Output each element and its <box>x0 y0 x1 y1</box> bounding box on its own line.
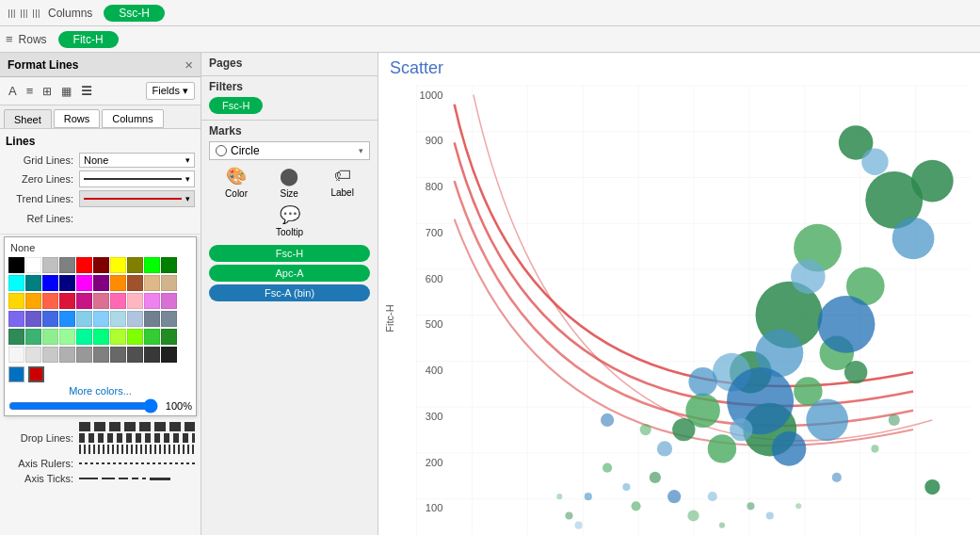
filters-pill[interactable]: Fsc-H <box>209 97 263 114</box>
fields-button[interactable]: Fields ▾ <box>146 82 195 100</box>
color-swatch[interactable] <box>8 257 24 273</box>
color-swatch[interactable] <box>59 293 75 309</box>
color-swatch[interactable] <box>127 257 143 273</box>
color-swatch[interactable] <box>42 347 58 363</box>
color-swatch[interactable] <box>93 275 109 291</box>
svg-point-26 <box>861 149 888 175</box>
color-swatch[interactable] <box>59 311 75 327</box>
color-swatch[interactable] <box>127 329 143 345</box>
svg-point-39 <box>650 472 661 483</box>
color-swatch[interactable] <box>144 329 160 345</box>
color-swatch[interactable] <box>25 347 41 363</box>
color-swatch[interactable] <box>8 293 24 309</box>
trend-lines-arrow: ▾ <box>185 194 190 203</box>
color-swatch[interactable] <box>8 275 24 291</box>
marks-type-arrow: ▾ <box>359 146 363 155</box>
color-swatch[interactable] <box>93 311 109 327</box>
color-swatch[interactable] <box>76 329 92 345</box>
color-swatch[interactable] <box>127 293 143 309</box>
none-option[interactable]: None <box>8 241 192 254</box>
color-swatch[interactable] <box>42 293 58 309</box>
tab-rows[interactable]: Rows <box>54 109 101 128</box>
color-swatch[interactable] <box>8 329 24 345</box>
color-mark-button[interactable]: 🎨 Color <box>225 166 248 199</box>
color-swatch[interactable] <box>8 311 24 327</box>
marks-pill-fsc-h[interactable]: Fsc-H <box>209 245 370 262</box>
ref-lines-label: Ref Lines: <box>6 213 79 224</box>
color-swatch[interactable] <box>42 329 58 345</box>
grid-lines-label: Grid Lines: <box>6 154 79 166</box>
svg-point-27 <box>892 218 935 260</box>
color-swatch[interactable] <box>76 293 92 309</box>
color-swatch[interactable] <box>161 311 177 327</box>
paragraph-icon[interactable]: ≡ <box>24 82 37 100</box>
color-swatch[interactable] <box>59 329 75 345</box>
tooltip-mark-button[interactable]: 💬 Tooltip <box>276 204 303 237</box>
color-swatch[interactable] <box>144 347 160 363</box>
color-swatch[interactable] <box>25 311 41 327</box>
color-swatch[interactable] <box>42 257 58 273</box>
tab-sheet[interactable]: Sheet <box>4 109 52 128</box>
color-swatch[interactable] <box>110 257 126 273</box>
color-swatch[interactable] <box>25 275 41 291</box>
color-swatch[interactable] <box>161 257 177 273</box>
columns-pill[interactable]: Ssc-H <box>104 5 165 22</box>
custom-color-swatch[interactable] <box>8 366 24 382</box>
close-icon[interactable]: × <box>185 57 193 72</box>
color-swatch[interactable] <box>110 311 126 327</box>
text-format-icon[interactable]: A <box>6 82 20 100</box>
color-swatch[interactable] <box>25 257 41 273</box>
lines-icon[interactable]: ☰ <box>78 82 95 100</box>
border-icon[interactable]: ⊞ <box>40 83 55 100</box>
zero-lines-dropdown[interactable]: ▾ <box>79 170 195 187</box>
color-swatch[interactable] <box>8 347 24 363</box>
axis-rulers-label: Axis Rulers: <box>6 458 79 469</box>
color-swatch[interactable] <box>93 257 109 273</box>
rows-pill[interactable]: Fitc-H <box>58 31 119 48</box>
marks-type-dropdown[interactable]: Circle ▾ <box>209 141 370 160</box>
color-swatch[interactable] <box>76 347 92 363</box>
color-swatch[interactable] <box>42 311 58 327</box>
color-swatch[interactable] <box>110 329 126 345</box>
color-swatch[interactable] <box>76 311 92 327</box>
chart-title: Scatter <box>378 53 980 84</box>
filters-section-title: Filters <box>209 80 370 93</box>
color-swatch[interactable] <box>161 275 177 291</box>
color-swatch[interactable] <box>144 275 160 291</box>
color-swatch[interactable] <box>144 257 160 273</box>
tab-columns[interactable]: Columns <box>102 109 163 128</box>
color-swatch[interactable] <box>93 329 109 345</box>
color-swatch[interactable] <box>110 275 126 291</box>
color-swatch[interactable] <box>25 329 41 345</box>
color-swatch[interactable] <box>161 329 177 345</box>
color-swatch[interactable] <box>76 275 92 291</box>
opacity-slider[interactable] <box>8 400 158 412</box>
color-swatch[interactable] <box>76 257 92 273</box>
color-swatch[interactable] <box>161 347 177 363</box>
color-swatch[interactable] <box>110 293 126 309</box>
table-icon[interactable]: ▦ <box>58 83 74 100</box>
color-swatch[interactable] <box>110 347 126 363</box>
size-mark-button[interactable]: ⬤ Size <box>280 166 298 199</box>
color-swatch[interactable] <box>42 275 58 291</box>
color-swatch[interactable] <box>161 293 177 309</box>
marks-pill-apc-a[interactable]: Apc-A <box>209 265 370 282</box>
trend-lines-dropdown[interactable]: ▾ <box>79 190 195 207</box>
color-swatch[interactable] <box>127 275 143 291</box>
color-swatch[interactable] <box>93 347 109 363</box>
color-swatch[interactable] <box>59 275 75 291</box>
label-mark-button[interactable]: 🏷 Label <box>330 166 353 199</box>
color-swatch[interactable] <box>144 311 160 327</box>
more-colors-button[interactable]: More colors... <box>8 385 192 397</box>
color-swatch[interactable] <box>127 311 143 327</box>
color-swatch[interactable] <box>59 257 75 273</box>
color-swatch[interactable] <box>127 347 143 363</box>
color-swatch[interactable] <box>59 347 75 363</box>
color-swatch[interactable] <box>144 293 160 309</box>
svg-point-49 <box>601 413 614 427</box>
grid-lines-dropdown[interactable]: None ▾ <box>79 153 195 168</box>
color-swatch[interactable] <box>93 293 109 309</box>
marks-pill-fsc-a-bin[interactable]: Fsc-A (bin) <box>209 284 370 301</box>
color-swatch[interactable] <box>25 293 41 309</box>
color-grid-5 <box>8 329 192 345</box>
